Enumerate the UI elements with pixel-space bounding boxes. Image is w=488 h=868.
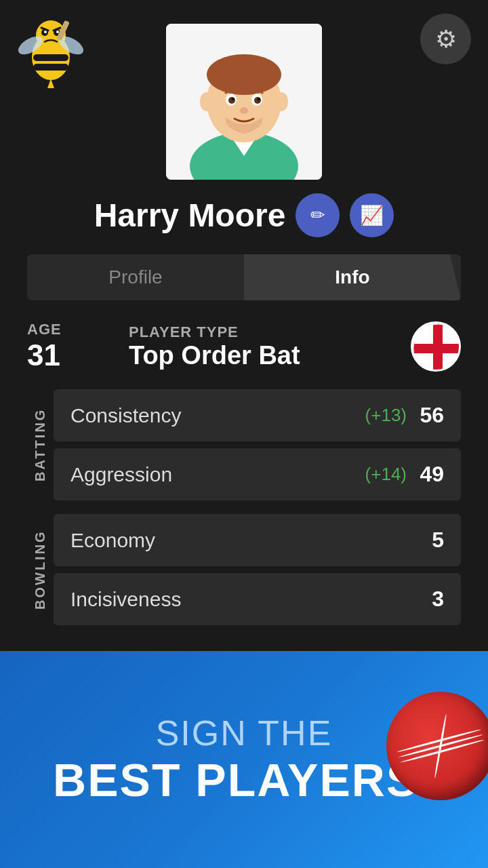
stats-button[interactable]: 📈 [350,193,394,237]
app-logo [10,8,92,92]
player-avatar [166,24,322,180]
svg-point-25 [254,97,261,104]
nationality-flag [411,321,461,372]
consistency-label: Consistency [70,404,181,427]
aggression-values: (+14) 49 [365,462,444,487]
aggression-value: 49 [417,462,444,487]
aggression-delta: (+14) [365,464,407,485]
player-type-label: PLAYER TYPE [129,323,390,341]
incisiveness-value: 3 [417,587,444,612]
economy-label: Economy [70,529,155,552]
bowling-stats: Economy 5 Incisiveness 3 [54,514,461,625]
edit-icon: ✏ [310,205,325,226]
svg-marker-10 [47,79,54,88]
banner-line2: BEST PLAYERS! [53,753,435,806]
svg-point-6 [44,31,47,33]
svg-rect-1 [33,54,68,61]
batting-label: BATTING [27,389,54,500]
svg-point-21 [274,92,288,111]
svg-point-28 [240,107,248,114]
consistency-delta: (+13) [365,405,407,426]
age-value: 31 [27,338,108,372]
consistency-values: (+13) 56 [365,403,444,428]
incisiveness-label: Incisiveness [70,588,181,611]
economy-row: Economy 5 [54,514,461,566]
player-name: Harry Moore [94,197,286,234]
svg-rect-2 [33,64,68,71]
banner-line1: SIGN THE [156,713,333,753]
bowling-section: BOWLING Economy 5 Incisiveness 3 [27,514,461,625]
cricket-ball-decoration [386,692,488,800]
settings-icon: ⚙ [435,25,457,54]
player-name-row: Harry Moore ✏ 📈 [0,193,488,237]
tab-info[interactable]: Info [244,254,461,300]
edit-button[interactable]: ✏ [296,193,340,237]
consistency-value: 56 [417,403,444,428]
avatar-container [166,14,322,180]
player-type-block: PLAYER TYPE Top Order Bat [129,323,390,370]
aggression-row: Aggression (+14) 49 [54,448,461,500]
player-type-value: Top Order Bat [129,341,390,370]
aggression-label: Aggression [70,463,172,486]
info-section: AGE 31 PLAYER TYPE Top Order Bat BATTING… [14,321,474,625]
svg-point-20 [200,92,214,111]
consistency-row: Consistency (+13) 56 [54,389,461,441]
incisiveness-row: Incisiveness 3 [54,573,461,625]
player-type-row: AGE 31 PLAYER TYPE Top Order Bat [14,321,474,372]
batting-section: BATTING Consistency (+13) 56 Aggression … [27,389,461,500]
header: ⚙ [0,0,488,180]
svg-point-27 [258,98,260,100]
svg-point-19 [207,54,281,95]
chart-icon: 📈 [360,204,384,226]
age-block: AGE 31 [27,321,108,372]
economy-value: 5 [417,528,444,553]
svg-point-26 [232,98,235,100]
age-label: AGE [27,321,108,338]
bottom-banner: SIGN THE BEST PLAYERS! [0,651,488,868]
tab-profile[interactable]: Profile [27,254,244,300]
settings-button[interactable]: ⚙ [420,14,471,64]
bowling-label: BOWLING [27,514,54,625]
svg-rect-31 [413,344,461,353]
batting-stats: Consistency (+13) 56 Aggression (+14) 49 [54,389,461,500]
svg-point-7 [56,31,59,33]
economy-values: 5 [407,528,444,553]
tab-bar: Profile Info [27,254,461,300]
incisiveness-values: 3 [407,587,444,612]
svg-point-24 [228,97,235,104]
